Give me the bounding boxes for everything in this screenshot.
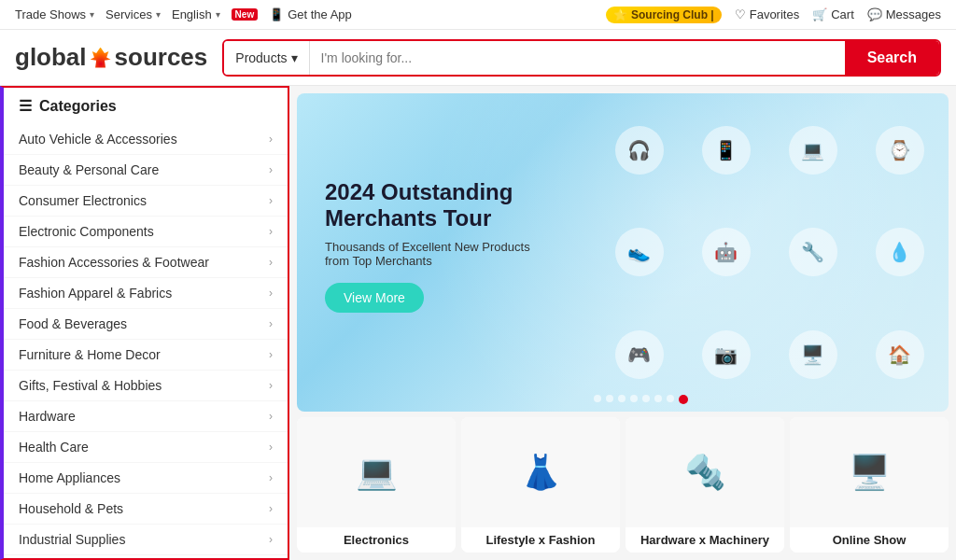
dot-4[interactable] <box>630 395 638 402</box>
cart-link[interactable]: 🛒 Cart <box>812 7 854 21</box>
search-category-chevron: ▾ <box>291 50 298 65</box>
sidebar-item-5[interactable]: Fashion Apparel & Fabrics› <box>4 278 288 309</box>
services-label: Services <box>105 7 152 21</box>
banner: 2024 Outstanding Merchants Tour Thousand… <box>297 93 949 412</box>
phone-icon: 📱 <box>269 7 284 21</box>
right-content: 2024 Outstanding Merchants Tour Thousand… <box>289 86 956 560</box>
trade-shows-label: Trade Shows <box>15 7 86 21</box>
banner-dots <box>594 395 688 404</box>
sidebar: ☰ Categories Auto Vehicle & Accessories›… <box>0 86 289 560</box>
star-icon: ⭐ <box>613 8 627 21</box>
banner-title: 2024 Outstanding Merchants Tour <box>325 179 530 233</box>
banner-product-11: 🖥️ <box>789 330 837 379</box>
category-label-8: Gifts, Festival & Hobbies <box>19 378 162 393</box>
category-label-11: Home Appliances <box>19 470 120 485</box>
dot-7[interactable] <box>667 395 674 402</box>
message-icon: 💬 <box>867 7 882 21</box>
dot-3[interactable] <box>618 395 626 402</box>
card-img-2: 🔩 <box>626 417 784 527</box>
category-arrow-6: › <box>269 317 273 330</box>
favorites-label: Favorites <box>750 7 799 21</box>
sidebar-item-2[interactable]: Consumer Electronics› <box>4 186 288 217</box>
card-label-1: Lifestyle x Fashion <box>461 527 620 553</box>
top-bar-left: Trade Shows ▾ Services ▾ English ▾ New 📱… <box>15 7 591 21</box>
category-label-9: Hardware <box>19 409 76 424</box>
category-arrow-13: › <box>269 533 273 546</box>
banner-products: 🎧 📱 💻 ⌚ 👟 🤖 🔧 💧 🎮 📷 🖥️ 🏠 <box>590 93 949 412</box>
services-menu[interactable]: Services ▾ <box>105 7 161 21</box>
banner-product-2: 📱 <box>702 126 751 175</box>
card-0[interactable]: 💻 Electronics <box>297 417 456 553</box>
card-3[interactable]: 🖥️ Online Show <box>790 417 949 553</box>
banner-subtitle-line1: Thousands of Excellent New Products <box>325 240 530 254</box>
sidebar-item-13[interactable]: Industrial Supplies› <box>4 525 288 555</box>
banner-product-10: 📷 <box>702 330 751 379</box>
card-img-1: 👗 <box>461 417 620 527</box>
logo[interactable]: global sources <box>15 43 207 72</box>
sidebar-item-3[interactable]: Electronic Components› <box>4 217 288 247</box>
card-2[interactable]: 🔩 Hardware x Machinery <box>626 417 784 553</box>
get-app-link[interactable]: 📱 Get the App <box>269 7 352 21</box>
sidebar-item-8[interactable]: Gifts, Festival & Hobbies› <box>4 371 288 401</box>
category-label-13: Industrial Supplies <box>19 532 125 547</box>
bottom-cards: 💻 Electronics 👗 Lifestyle x Fashion 🔩 Ha… <box>297 417 949 553</box>
banner-product-7: 🔧 <box>789 228 837 276</box>
category-arrow-11: › <box>269 471 273 484</box>
trade-shows-menu[interactable]: Trade Shows ▾ <box>15 7 94 21</box>
banner-product-5: 👟 <box>615 228 664 276</box>
search-input[interactable] <box>310 41 845 75</box>
category-arrow-5: › <box>269 287 273 300</box>
category-arrow-3: › <box>269 225 273 238</box>
banner-view-more-button[interactable]: View More <box>325 283 424 313</box>
dot-6[interactable] <box>654 395 662 402</box>
sidebar-item-0[interactable]: Auto Vehicle & Accessories› <box>4 124 288 155</box>
card-label-2: Hardware x Machinery <box>626 527 784 553</box>
search-bar: Products ▾ Search <box>222 39 941 77</box>
language-menu[interactable]: English ▾ <box>172 7 220 21</box>
category-label-4: Fashion Accessories & Footwear <box>19 255 209 270</box>
sidebar-item-10[interactable]: Health Care› <box>4 432 288 463</box>
messages-link[interactable]: 💬 Messages <box>867 7 941 21</box>
banner-product-1: 🎧 <box>615 126 664 175</box>
category-arrow-0: › <box>269 133 273 146</box>
category-label-7: Furniture & Home Decor <box>19 347 161 362</box>
language-chevron: ▾ <box>216 9 220 20</box>
dot-8[interactable] <box>679 395 688 404</box>
sidebar-item-11[interactable]: Home Appliances› <box>4 463 288 494</box>
category-arrow-9: › <box>269 410 273 423</box>
category-arrow-1: › <box>269 163 273 176</box>
search-button[interactable]: Search <box>845 41 939 75</box>
category-label-1: Beauty & Personal Care <box>19 162 159 177</box>
search-category-label: Products <box>235 50 287 65</box>
card-label-3: Online Show <box>790 527 949 553</box>
sidebar-item-12[interactable]: Household & Pets› <box>4 494 288 525</box>
sidebar-item-7[interactable]: Furniture & Home Decor› <box>4 340 288 371</box>
get-app-label: Get the App <box>288 7 352 21</box>
card-label-0: Electronics <box>297 527 456 553</box>
logo-global-text: global <box>15 43 87 72</box>
language-label: English <box>172 7 212 21</box>
category-label-0: Auto Vehicle & Accessories <box>19 132 177 147</box>
sidebar-item-6[interactable]: Food & Beverages› <box>4 309 288 340</box>
banner-product-8: 💧 <box>876 228 924 276</box>
banner-product-12: 🏠 <box>876 330 924 379</box>
dot-1[interactable] <box>594 395 601 402</box>
card-img-3: 🖥️ <box>790 417 949 527</box>
sidebar-item-1[interactable]: Beauty & Personal Care› <box>4 155 288 186</box>
sourcing-club-link[interactable]: ⭐ Sourcing Club | <box>606 7 722 23</box>
sidebar-item-9[interactable]: Hardware› <box>4 401 288 432</box>
favorites-link[interactable]: ♡ Favorites <box>735 7 799 21</box>
header: global sources Products ▾ Search <box>0 30 956 86</box>
sidebar-item-4[interactable]: Fashion Accessories & Footwear› <box>4 247 288 278</box>
category-arrow-12: › <box>269 502 273 515</box>
card-1[interactable]: 👗 Lifestyle x Fashion <box>461 417 620 553</box>
dot-2[interactable] <box>606 395 613 402</box>
category-label-12: Household & Pets <box>19 501 123 516</box>
search-category-dropdown[interactable]: Products ▾ <box>224 41 309 75</box>
dot-5[interactable] <box>642 395 650 402</box>
banner-product-4: ⌚ <box>876 126 924 175</box>
category-arrow-10: › <box>269 441 273 454</box>
services-chevron: ▾ <box>156 9 161 20</box>
category-label-3: Electronic Components <box>19 224 154 239</box>
sourcing-club-label: Sourcing Club | <box>631 8 714 21</box>
